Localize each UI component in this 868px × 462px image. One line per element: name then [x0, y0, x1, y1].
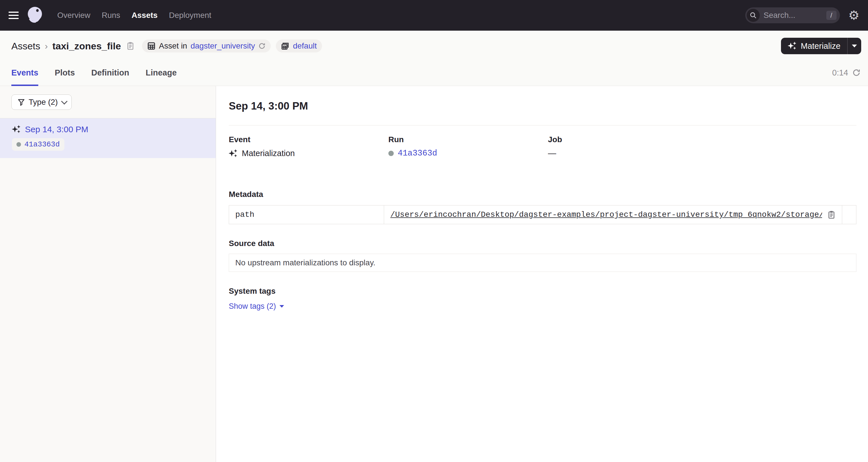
caret-down-icon: [280, 305, 284, 308]
filter-funnel-icon: [17, 98, 25, 106]
source-data-heading: Source data: [229, 239, 857, 248]
system-tags-heading: System tags: [229, 287, 857, 296]
materialize-dropdown-button[interactable]: [847, 38, 861, 54]
metadata-key-cell: path: [229, 205, 384, 224]
materialize-button-label: Materialize: [801, 41, 840, 51]
event-summary: Event Materialization Run 41a3363d Job —: [229, 135, 857, 158]
materialization-sparkle-icon: [229, 149, 238, 158]
nav-links: Overview Runs Assets Deployment: [57, 11, 211, 20]
asset-group-icon: [147, 42, 156, 50]
event-column-header: Event: [229, 135, 389, 144]
job-column: Job —: [548, 135, 857, 158]
tab-bar: Events Plots Definition Lineage 0:14: [0, 60, 868, 86]
metadata-table: path /Users/erincochran/Desktop/dagster-…: [229, 205, 857, 224]
job-column-header: Job: [548, 135, 857, 144]
event-timestamp-link[interactable]: Sep 14, 3:00 PM: [25, 124, 88, 134]
metadata-path-link[interactable]: /Users/erincochran/Desktop/dagster-examp…: [390, 210, 822, 219]
job-value: —: [548, 149, 556, 158]
event-column: Event Materialization: [229, 135, 389, 158]
nav-item-overview[interactable]: Overview: [57, 11, 90, 20]
breadcrumb: Assets › taxi_zones_file: [11, 40, 135, 52]
source-data-empty-text: No upstream materializations to display.: [235, 258, 375, 267]
source-data-empty-state: No upstream materializations to display.: [229, 254, 857, 272]
event-type-value: Materialization: [242, 149, 295, 158]
asset-group-badge: Asset in dagster_university: [142, 39, 271, 53]
run-column: Run 41a3363d: [389, 135, 548, 158]
run-id-label: 41a3363d: [24, 140, 60, 149]
show-tags-label: Show tags (2): [229, 302, 276, 311]
event-list-panel: Type (2) Sep 14, 3:00 PM 41a3363d: [0, 86, 216, 462]
breadcrumb-separator: ›: [45, 41, 48, 51]
run-status-dot: [17, 142, 21, 147]
materialize-button[interactable]: Materialize: [781, 38, 847, 54]
top-nav-right: / ⚙: [745, 7, 860, 23]
type-filter-button[interactable]: Type (2): [11, 94, 72, 110]
breadcrumb-assets-link[interactable]: Assets: [11, 40, 40, 52]
nav-item-assets[interactable]: Assets: [131, 11, 158, 20]
settings-gear-icon[interactable]: ⚙: [848, 9, 860, 22]
event-filter-bar: Type (2): [0, 86, 216, 118]
refresh-icon[interactable]: [852, 68, 861, 77]
table-row: path /Users/erincochran/Desktop/dagster-…: [229, 205, 857, 224]
refresh-countdown: 0:14: [832, 68, 848, 78]
materialize-sparkle-icon: [788, 41, 797, 51]
breadcrumb-row: Assets › taxi_zones_file Asset in dagste…: [0, 31, 868, 60]
run-id-link[interactable]: 41a3363d: [398, 149, 437, 158]
run-status-dot: [389, 151, 394, 156]
run-id-badge[interactable]: 41a3363d: [12, 138, 64, 151]
chevron-down-icon: [61, 98, 67, 105]
asset-group-prefix: Asset in: [159, 41, 187, 51]
chevron-down-icon: [852, 45, 857, 48]
copy-asset-name-icon[interactable]: [126, 41, 135, 51]
nav-item-runs[interactable]: Runs: [102, 11, 120, 20]
code-location-badge: default: [276, 39, 322, 53]
global-search[interactable]: /: [745, 7, 840, 23]
reload-definitions-icon[interactable]: [258, 42, 266, 50]
dagster-asset-page: Overview Runs Assets Deployment / ⚙ Asse…: [0, 0, 868, 462]
divider: [229, 125, 857, 125]
repository-icon: [281, 42, 289, 50]
event-detail-title: Sep 14, 3:00 PM: [229, 100, 857, 112]
dagster-logo[interactable]: [26, 6, 44, 24]
page-title: taxi_zones_file: [53, 40, 121, 52]
tab-events[interactable]: Events: [11, 60, 38, 86]
hamburger-menu-icon[interactable]: [8, 12, 19, 19]
asset-context-badges: Asset in dagster_university default: [142, 39, 322, 53]
event-list-item[interactable]: Sep 14, 3:00 PM 41a3363d: [0, 118, 216, 158]
search-shortcut-key: /: [826, 11, 837, 20]
nav-item-deployment[interactable]: Deployment: [169, 11, 211, 20]
tab-lineage[interactable]: Lineage: [146, 60, 177, 86]
show-tags-toggle[interactable]: Show tags (2): [229, 302, 284, 311]
tab-definition[interactable]: Definition: [91, 60, 129, 86]
materialize-split-button: Materialize: [781, 38, 861, 54]
type-filter-label: Type (2): [29, 97, 58, 107]
metadata-end-cell: [842, 205, 857, 224]
top-nav: Overview Runs Assets Deployment / ⚙: [0, 0, 868, 31]
tab-plots[interactable]: Plots: [55, 60, 75, 86]
metadata-heading: Metadata: [229, 190, 857, 199]
run-column-header: Run: [389, 135, 548, 144]
asset-group-link[interactable]: dagster_university: [190, 41, 255, 51]
search-icon: [747, 9, 760, 22]
search-input[interactable]: [764, 11, 816, 20]
page-header: Assets › taxi_zones_file Asset in dagste…: [0, 31, 868, 86]
copy-path-icon[interactable]: [827, 210, 836, 220]
code-location-link[interactable]: default: [293, 41, 317, 51]
materialization-sparkle-icon: [12, 125, 21, 134]
event-detail-panel: Sep 14, 3:00 PM Event Materialization Ru…: [216, 86, 868, 462]
